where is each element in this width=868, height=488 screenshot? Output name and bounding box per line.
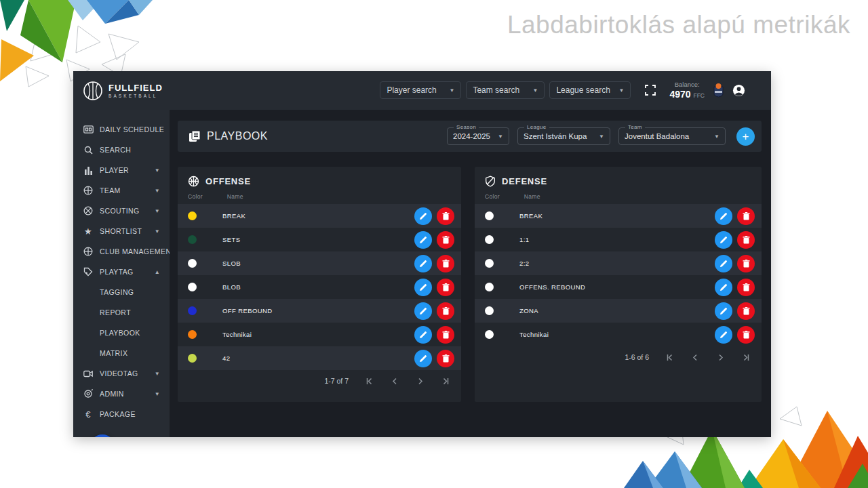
- pencil-icon: [419, 212, 427, 220]
- last-page-button[interactable]: [742, 354, 749, 361]
- sidebar-item-playbook[interactable]: PLAYBOOK: [73, 323, 170, 343]
- delete-button[interactable]: [737, 255, 755, 272]
- sidebar-item-matrix[interactable]: MATRIX: [73, 343, 170, 363]
- delete-button[interactable]: [737, 302, 755, 320]
- first-page-button[interactable]: [667, 354, 674, 361]
- delete-button[interactable]: [737, 279, 755, 296]
- next-page-button[interactable]: [717, 354, 724, 361]
- color-dot: [188, 259, 197, 268]
- edit-button[interactable]: [715, 231, 732, 249]
- sidebar-item-search[interactable]: SEARCH: [73, 140, 170, 160]
- league-select[interactable]: League Szent István Kupa ▼: [517, 127, 610, 145]
- delete-button[interactable]: [737, 207, 755, 225]
- offense-pagination: 1-7 of 7: [178, 370, 461, 385]
- edit-button[interactable]: [715, 302, 732, 320]
- table-row: BREAK: [178, 204, 461, 228]
- trash-icon: [743, 236, 750, 244]
- trash-icon: [442, 236, 450, 244]
- color-dot: [485, 283, 494, 291]
- team-search-dropdown[interactable]: Team search ▼: [466, 81, 545, 99]
- table-row: SLOB: [178, 251, 461, 275]
- team-select[interactable]: Team Joventut Badalona ▼: [618, 127, 726, 145]
- admin-gear-icon: [83, 389, 94, 399]
- app-window: FULLFIELD BASKETBALL Player search ▼ Tea…: [73, 71, 771, 437]
- shield-slash-icon: [485, 176, 496, 187]
- ball-icon: [83, 186, 94, 195]
- main-content: PLAYBOOK Season 2024-2025 ▼ League Szent…: [170, 110, 771, 437]
- sidebar-item-player[interactable]: PLAYER ▼: [73, 160, 170, 180]
- sidebar-item-shortlist[interactable]: ★ SHORTLIST ▼: [73, 221, 170, 241]
- edit-button[interactable]: [715, 207, 732, 225]
- color-dot: [188, 235, 197, 244]
- sidebar-item-report[interactable]: REPORT: [73, 302, 170, 323]
- user-avatar-icon[interactable]: [732, 84, 745, 97]
- player-search-dropdown[interactable]: Player search ▼: [380, 81, 461, 99]
- sidebar-item-package[interactable]: € PACKAGE: [73, 404, 170, 424]
- prev-page-button[interactable]: [391, 378, 399, 385]
- season-select[interactable]: Season 2024-2025 ▼: [447, 127, 509, 145]
- first-page-button[interactable]: [366, 378, 374, 385]
- sidebar-item-admin[interactable]: ADMIN ▼: [73, 384, 170, 404]
- trash-icon: [442, 307, 450, 315]
- delete-button[interactable]: [437, 302, 454, 320]
- fingerprint-button[interactable]: [90, 434, 115, 437]
- table-row: ZONA: [475, 299, 762, 323]
- edit-button[interactable]: [414, 302, 432, 320]
- edit-button[interactable]: [414, 279, 432, 296]
- next-page-button[interactable]: [416, 378, 424, 385]
- delete-button[interactable]: [437, 279, 454, 296]
- edit-button[interactable]: [715, 255, 732, 272]
- color-dot: [485, 235, 494, 244]
- offense-panel: OFFENSE Color Name BREAK SETS: [178, 167, 461, 402]
- prev-page-button[interactable]: [692, 354, 699, 361]
- book-icon: [189, 130, 201, 142]
- edit-button[interactable]: [414, 350, 432, 367]
- edit-button[interactable]: [715, 279, 732, 296]
- color-dot: [188, 283, 197, 291]
- video-camera-icon: [83, 370, 94, 378]
- color-dot: [188, 306, 197, 315]
- sidebar-item-videotag[interactable]: VIDEOTAG ▼: [73, 363, 170, 384]
- edit-button[interactable]: [414, 326, 432, 344]
- sidebar-item-club-management[interactable]: CLUB MANAGEMENT: [73, 241, 170, 262]
- sidebar-item-playtag[interactable]: PLAYTAG ▲: [73, 262, 170, 282]
- edit-button[interactable]: [414, 207, 432, 225]
- delete-button[interactable]: [737, 231, 755, 249]
- sidebar-item-tagging[interactable]: TAGGING: [73, 282, 170, 302]
- chevron-down-icon: ▼: [155, 188, 160, 194]
- fullscreen-icon[interactable]: [645, 85, 656, 96]
- sidebar-item-team[interactable]: TEAM ▼: [73, 180, 170, 201]
- table-row: 2:2: [475, 251, 762, 275]
- league-search-dropdown[interactable]: League search ▼: [549, 81, 631, 99]
- delete-button[interactable]: [437, 350, 454, 367]
- edit-button[interactable]: [414, 231, 432, 249]
- sidebar-item-scouting[interactable]: SCOUTING ▼: [73, 201, 170, 221]
- defense-pagination: 1-6 of 6: [475, 346, 762, 361]
- delete-button[interactable]: [437, 207, 454, 225]
- app-logo: FULLFIELD BASKETBALL: [83, 81, 170, 101]
- pencil-icon: [719, 212, 728, 220]
- pagination-label: 1-6 of 6: [625, 353, 649, 361]
- add-play-button[interactable]: +: [736, 127, 755, 146]
- sidebar-item-daily-schedule[interactable]: DAILY SCHEDULE: [73, 119, 170, 140]
- app-header: FULLFIELD BASKETBALL Player search ▼ Tea…: [73, 71, 771, 110]
- league-badge-icon: [713, 83, 724, 98]
- offense-title: OFFENSE: [205, 176, 251, 186]
- bar-chart-icon: [83, 166, 94, 175]
- edit-button[interactable]: [414, 255, 432, 272]
- color-dot: [485, 330, 494, 339]
- color-dot: [485, 211, 494, 220]
- last-page-button[interactable]: [441, 378, 449, 385]
- delete-button[interactable]: [737, 326, 755, 344]
- color-dot: [485, 259, 494, 268]
- edit-button[interactable]: [715, 326, 732, 344]
- trash-icon: [442, 283, 450, 291]
- delete-button[interactable]: [437, 231, 454, 249]
- color-dot: [188, 330, 197, 339]
- scoreboard-icon: [83, 125, 94, 134]
- sidebar: DAILY SCHEDULE SEARCH PLAYER ▼: [73, 110, 170, 437]
- trash-icon: [743, 307, 750, 315]
- delete-button[interactable]: [437, 255, 454, 272]
- pencil-icon: [719, 236, 728, 244]
- delete-button[interactable]: [437, 326, 454, 344]
